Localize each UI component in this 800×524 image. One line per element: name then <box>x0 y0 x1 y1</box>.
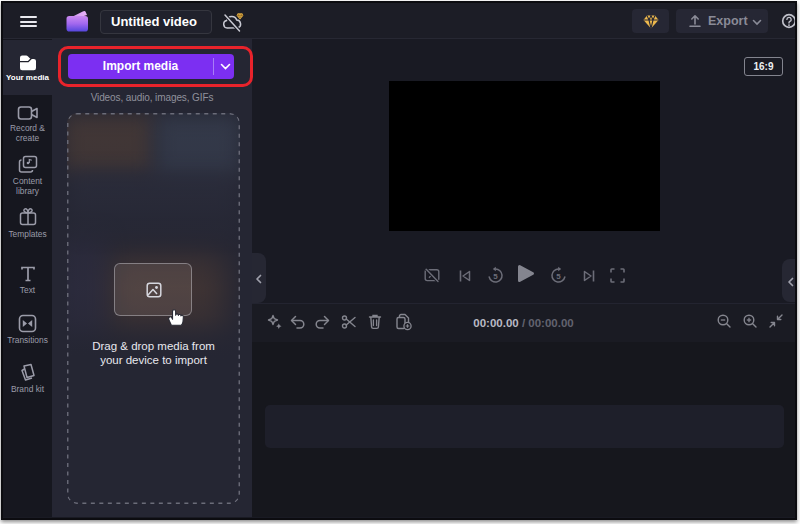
svg-text:5: 5 <box>556 272 561 281</box>
svg-text:5: 5 <box>493 272 498 281</box>
